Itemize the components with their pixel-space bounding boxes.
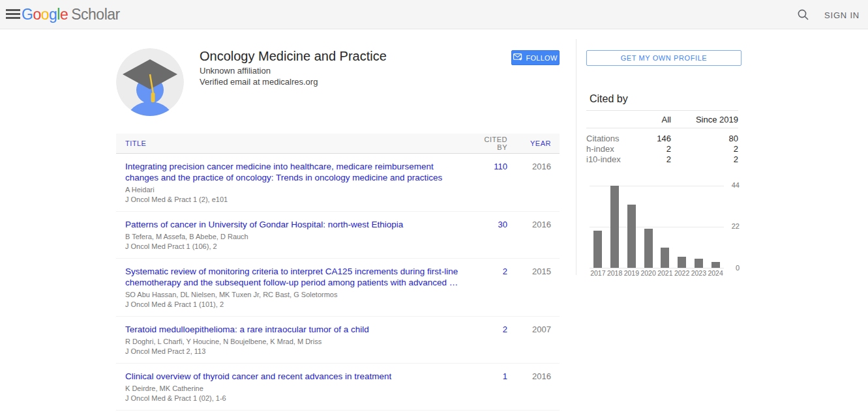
h-index-since-value: 2 [671, 144, 738, 154]
follow-label: FOLLOW [526, 54, 557, 62]
i10-index-since-value: 2 [671, 154, 738, 165]
y-tick-22: 22 [723, 222, 740, 230]
get-my-own-profile-button[interactable]: GET MY OWN PROFILE [586, 50, 741, 66]
logo-letter: g [49, 6, 57, 23]
i10-index-label[interactable]: i10-index [586, 154, 645, 165]
divider [586, 128, 738, 128]
chart-year-label: 2020 [640, 269, 655, 277]
table-row: Clinical overview of thyroid cancer and … [116, 364, 560, 411]
gridline-22 [590, 227, 724, 227]
sidebar-divider [576, 39, 576, 275]
top-bar: GoogleScholar SIGN IN [0, 0, 868, 29]
chart-bar-2020[interactable] [644, 229, 653, 268]
chart-year-label: 2021 [657, 269, 672, 277]
citations-since-value: 80 [671, 134, 738, 144]
article-authors: A Heidari [125, 185, 458, 195]
publications-table: TITLE CITED BY YEAR Integrating precisio… [116, 134, 560, 419]
chart-year-label: 2018 [607, 269, 622, 277]
article-year: 2016 [507, 219, 560, 252]
article-authors: K Deirdre, MK Catherine [125, 384, 458, 394]
article-venue: J Oncol Med & Pract 1 (101), 2 [125, 300, 458, 310]
logo-letter: o [41, 6, 49, 23]
table-row: Teratoid medulloepithelioma: a rare intr… [116, 317, 560, 364]
article-title-link[interactable]: Patterns of cancer in University of Gond… [125, 219, 458, 230]
i10-index-row: i10-index 2 2 [586, 154, 738, 165]
article-title-link[interactable]: Teratoid medulloepithelioma: a rare intr… [125, 324, 458, 335]
follow-button[interactable]: FOLLOW [511, 50, 560, 65]
menu-icon[interactable] [6, 9, 20, 20]
logo-letter: G [22, 6, 33, 23]
article-authors: R Doghri, L Charfi, Y Houcine, N Boujelb… [125, 337, 458, 347]
sort-by-title-header[interactable]: TITLE [116, 139, 478, 147]
divider [586, 110, 738, 111]
article-authors: B Tefera, M Assefa, B Abebe, D Rauch [125, 232, 458, 242]
chart-bar-2021[interactable] [661, 248, 669, 268]
article-title-link[interactable]: Integrating precision cancer medicine in… [125, 161, 458, 183]
article-venue: J Oncol Med & Pract 1 (2), e101 [125, 195, 458, 205]
article-venue: J Oncol Med Pract 1 (106), 2 [125, 242, 458, 252]
sign-in-button[interactable]: SIGN IN [824, 10, 860, 20]
chart-year-label: 2022 [674, 269, 689, 277]
google-scholar-logo[interactable]: GoogleScholar [22, 6, 120, 23]
cited-by-count-link[interactable]: 2 [478, 324, 507, 356]
profile-name: Oncology Medicine and Practice [200, 49, 387, 64]
h-index-label[interactable]: h-index [586, 144, 645, 154]
cited-by-count-link[interactable]: 1 [478, 371, 507, 403]
chart-bar-2018[interactable] [610, 186, 619, 268]
gridline-44 [590, 186, 724, 186]
chart-year-label: 2023 [691, 269, 706, 277]
h-index-row: h-index 2 2 [586, 144, 738, 154]
table-row: Integrating precision cancer medicine in… [116, 154, 560, 212]
article-authors: SO Abu Hassan, DL Nielsen, MK Tuxen Jr, … [125, 290, 458, 300]
cited-by-stats: Citations 146 80 h-index 2 2 i10-index 2… [586, 134, 738, 165]
article-year: 2015 [507, 266, 560, 310]
cited-by-count-link[interactable]: 30 [478, 219, 507, 252]
cited-by-header-spacer [586, 115, 645, 125]
cited-by-header: CITED BY [478, 136, 507, 151]
h-index-all-value: 2 [645, 144, 671, 154]
logo-letter: o [33, 6, 40, 23]
citations-label[interactable]: Citations [586, 134, 645, 144]
cited-by-col-since: Since 2019 [671, 115, 738, 125]
chart-year-label: 2024 [708, 269, 723, 277]
search-icon[interactable] [797, 8, 809, 23]
article-year: 2016 [507, 371, 560, 403]
i10-index-all-value: 2 [645, 154, 671, 165]
article-year: 2007 [507, 324, 560, 356]
article-venue: J Oncol Med & Pract 1 (02), 1-6 [125, 394, 458, 403]
logo-scholar-text: Scholar [71, 6, 119, 23]
chart-bar-2022[interactable] [678, 257, 686, 268]
chart-bar-2023[interactable] [695, 259, 703, 268]
chart-year-label: 2019 [624, 269, 639, 277]
article-title-link[interactable]: Systematic review of monitoring criteria… [125, 266, 458, 288]
article-title-link[interactable]: Clinical overview of thyroid cancer and … [125, 371, 458, 382]
chart-bar-2017[interactable] [593, 231, 602, 268]
cited-by-col-all: All [645, 115, 671, 125]
citations-all-value: 146 [645, 134, 671, 144]
profile-avatar [116, 48, 184, 116]
publications-table-header: TITLE CITED BY YEAR [116, 134, 560, 154]
table-row: Systematic review of monitoring criteria… [116, 259, 560, 317]
citations-bar-chart [590, 186, 724, 268]
cited-by-count-link[interactable]: 2 [478, 266, 507, 310]
chart-bar-2019[interactable] [627, 205, 636, 268]
chart-bar-2024[interactable] [711, 262, 720, 268]
cited-by-count-link[interactable]: 110 [478, 161, 507, 205]
profile-affiliation: Unknown affiliation [200, 66, 271, 76]
chart-baseline [590, 268, 724, 268]
logo-letter: e [60, 6, 68, 23]
article-year: 2016 [507, 161, 560, 205]
sort-by-year-header[interactable]: YEAR [507, 139, 560, 147]
citations-row: Citations 146 80 [586, 134, 738, 144]
cited-by-heading: Cited by [590, 93, 628, 105]
profile-verified-email: Verified email at medicalres.org [200, 77, 318, 87]
y-tick-0: 0 [723, 264, 740, 272]
follow-email-plus-icon [513, 53, 522, 62]
table-row: Patterns of cancer in University of Gond… [116, 212, 560, 259]
chart-year-label: 2017 [590, 269, 605, 277]
table-row: Surgical Resection after Concurrent Chem… [116, 411, 560, 419]
article-venue: J Oncol Med Pract 2, 113 [125, 347, 458, 356]
y-tick-44: 44 [723, 181, 740, 189]
cited-by-table-header: All Since 2019 [586, 115, 738, 133]
chart-year-axis: 20172018201920202021202220232024 [590, 269, 724, 277]
